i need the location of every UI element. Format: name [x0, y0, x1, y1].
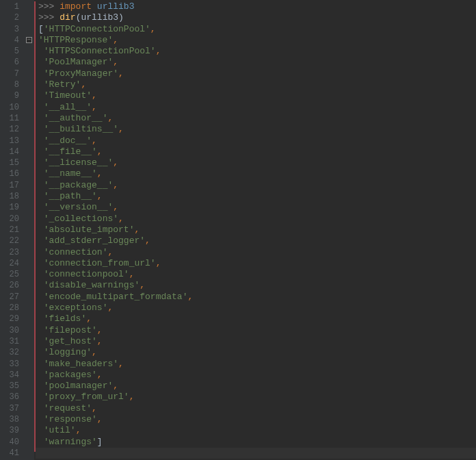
code-line[interactable]: 'Retry',	[36, 79, 476, 90]
line-number: 29	[0, 314, 19, 324]
token	[38, 46, 44, 56]
token: urllib3	[97, 1, 135, 12]
code-line[interactable]: 'connectionpool',	[36, 269, 476, 280]
token	[38, 124, 44, 134]
token	[38, 280, 44, 290]
token: ,	[118, 68, 124, 79]
token	[38, 57, 44, 67]
token: ,	[92, 403, 97, 413]
token	[38, 68, 44, 79]
code-line[interactable]: 'disable_warnings',	[36, 280, 476, 291]
code-editor[interactable]: 1234567891011121314151617181920212223242…	[0, 0, 476, 460]
token: '__version__'	[44, 202, 113, 212]
code-line[interactable]: 'warnings']	[36, 437, 476, 448]
token: 'HTTPResponse'	[38, 35, 113, 45]
line-number: 34	[0, 370, 19, 381]
code-line[interactable]: 'encode_multipart_formdata',	[36, 292, 476, 303]
token: 'response'	[44, 414, 97, 424]
token: ,	[113, 381, 118, 391]
token	[38, 102, 44, 112]
token: ,	[92, 347, 97, 357]
line-number: 12	[0, 124, 19, 135]
code-line[interactable]: '__package__',	[36, 180, 476, 191]
token: ]	[97, 437, 103, 447]
token: ,	[118, 359, 124, 369]
token	[38, 303, 44, 313]
token: ,	[107, 247, 113, 257]
line-number: 14	[0, 146, 19, 157]
code-line[interactable]: 'packages',	[36, 370, 476, 381]
code-line[interactable]: '__name__',	[36, 168, 476, 179]
code-line[interactable]: '_collections',	[36, 214, 476, 225]
fold-marker-icon[interactable]	[26, 37, 32, 43]
token: ,	[118, 214, 124, 224]
token: ,	[76, 425, 81, 435]
token	[38, 269, 44, 279]
line-number: 15	[0, 157, 19, 168]
code-line[interactable]: 'request',	[36, 403, 476, 414]
line-number: 13	[0, 136, 19, 146]
code-line[interactable]: >>> dir(urllib3)	[36, 12, 476, 23]
token: ,	[113, 57, 118, 67]
code-line[interactable]: 'connection',	[36, 247, 476, 258]
code-line[interactable]: 'connection_from_url',	[36, 258, 476, 269]
token: ,	[97, 191, 103, 201]
token	[38, 392, 44, 402]
code-line[interactable]: ['HTTPConnectionPool',	[36, 24, 476, 35]
token: '__license__'	[44, 157, 113, 168]
line-number: 41	[0, 448, 19, 459]
code-line[interactable]: 'util',	[36, 425, 476, 436]
token: 'connectionpool'	[44, 269, 129, 279]
token: ,	[113, 180, 118, 190]
token	[38, 437, 44, 447]
code-line[interactable]: 'get_host',	[36, 336, 476, 347]
line-number: 4	[0, 35, 19, 46]
code-line[interactable]: '__builtins__',	[36, 124, 476, 135]
code-line[interactable]: 'PoolManager',	[36, 57, 476, 68]
code-line[interactable]: 'HTTPResponse',	[36, 35, 476, 46]
code-line[interactable]: '__file__',	[36, 146, 476, 157]
line-number: 36	[0, 392, 19, 402]
code-line[interactable]: 'add_stderr_logger',	[36, 235, 476, 246]
code-line[interactable]: 'fields',	[36, 314, 476, 324]
code-area[interactable]: >>> import urllib3>>> dir(urllib3)['HTTP…	[36, 0, 476, 460]
code-line[interactable]	[36, 448, 476, 459]
token: >>>	[38, 1, 60, 12]
token: [	[38, 24, 44, 34]
code-line[interactable]: 'logging',	[36, 347, 476, 358]
token: '__name__'	[44, 168, 97, 179]
line-number: 5	[0, 46, 19, 57]
code-line[interactable]: '__all__',	[36, 102, 476, 113]
code-line[interactable]: 'exceptions',	[36, 303, 476, 314]
code-line[interactable]: >>> import urllib3	[36, 1, 476, 12]
code-line[interactable]: '__path__',	[36, 191, 476, 202]
token: 'HTTPSConnectionPool'	[44, 46, 156, 56]
token: 'absolute_import'	[44, 225, 135, 235]
token	[38, 292, 44, 302]
code-line[interactable]: 'absolute_import',	[36, 225, 476, 235]
line-number: 35	[0, 381, 19, 392]
code-line[interactable]: '__author__',	[36, 113, 476, 124]
token	[38, 157, 44, 168]
code-line[interactable]: '__version__',	[36, 202, 476, 213]
code-line[interactable]: 'proxy_from_url',	[36, 392, 476, 402]
code-line[interactable]: 'make_headers',	[36, 359, 476, 370]
token: ,	[107, 113, 113, 123]
line-number: 22	[0, 235, 19, 246]
code-line[interactable]: '__license__',	[36, 157, 476, 168]
token: urllib3	[81, 12, 118, 23]
code-line[interactable]: 'ProxyManager',	[36, 68, 476, 79]
line-number: 31	[0, 336, 19, 347]
line-number: 30	[0, 325, 19, 336]
token: 'packages'	[44, 370, 97, 380]
line-number: 8	[0, 79, 19, 90]
code-line[interactable]: 'filepost',	[36, 325, 476, 336]
token: '__doc__'	[44, 136, 92, 146]
token: ,	[97, 146, 103, 157]
code-line[interactable]: 'response',	[36, 414, 476, 425]
line-number: 2	[0, 12, 19, 23]
code-line[interactable]: '__doc__',	[36, 136, 476, 146]
code-line[interactable]: 'poolmanager',	[36, 381, 476, 392]
code-line[interactable]: 'Timeout',	[36, 90, 476, 101]
code-line[interactable]: 'HTTPSConnectionPool',	[36, 46, 476, 57]
